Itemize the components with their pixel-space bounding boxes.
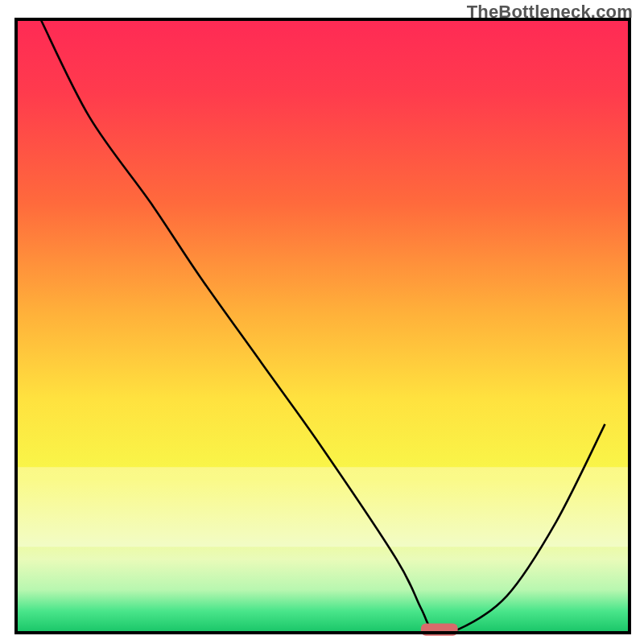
- plot-area: [16, 19, 630, 636]
- bottleneck-chart: [0, 0, 644, 644]
- chart-container: TheBottleneck.com: [0, 0, 644, 644]
- watermark-text: TheBottleneck.com: [467, 2, 633, 23]
- pale-band-highlight: [16, 467, 630, 547]
